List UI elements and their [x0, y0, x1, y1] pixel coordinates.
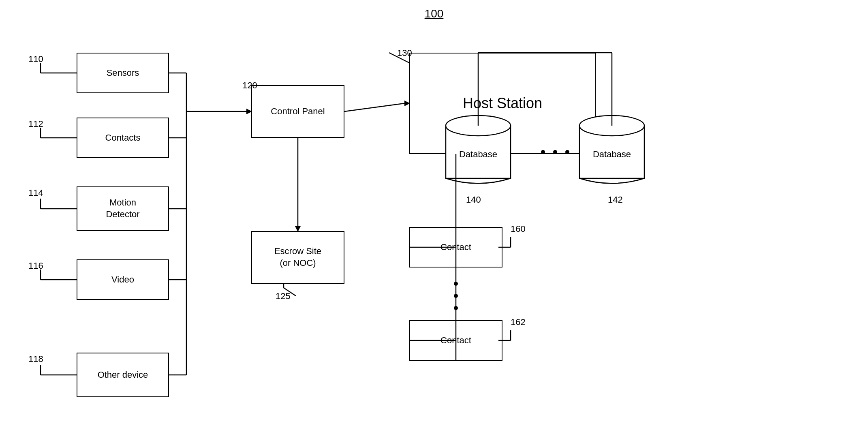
box-sensors: Sensors: [77, 53, 169, 93]
box-motion: Motion Detector: [77, 186, 169, 231]
box-contacts: Contacts: [77, 118, 169, 158]
svg-point-43: [454, 294, 458, 298]
ref-120: 120: [242, 80, 257, 91]
diagram-title: 100: [425, 7, 444, 20]
box-other: Other device: [77, 353, 169, 397]
box-video: Video: [77, 259, 169, 300]
ref-110: 110: [28, 54, 43, 64]
ref-130: 130: [397, 48, 412, 58]
ref-112: 112: [28, 119, 43, 129]
ref-162: 162: [511, 317, 526, 327]
box-contact1: Contact: [409, 227, 502, 268]
svg-point-42: [454, 282, 458, 286]
ref-116: 116: [28, 261, 43, 271]
svg-text:Database: Database: [593, 149, 631, 159]
box-control: Control Panel: [251, 85, 344, 138]
ref-114: 114: [28, 188, 43, 198]
ref-125: 125: [276, 291, 291, 302]
svg-line-28: [344, 103, 404, 111]
box-escrow: Escrow Site (or NOC): [251, 231, 344, 284]
ref-142: 142: [608, 195, 623, 205]
box-host: Host Station: [409, 53, 596, 154]
ref-140: 140: [466, 195, 481, 205]
svg-point-44: [454, 306, 458, 310]
box-contact2: Contact: [409, 320, 502, 361]
diagram-container: 100 Sensors Contacts Motion Detector Vid…: [0, 0, 868, 443]
ref-160: 160: [511, 224, 526, 234]
ref-118: 118: [28, 354, 43, 364]
